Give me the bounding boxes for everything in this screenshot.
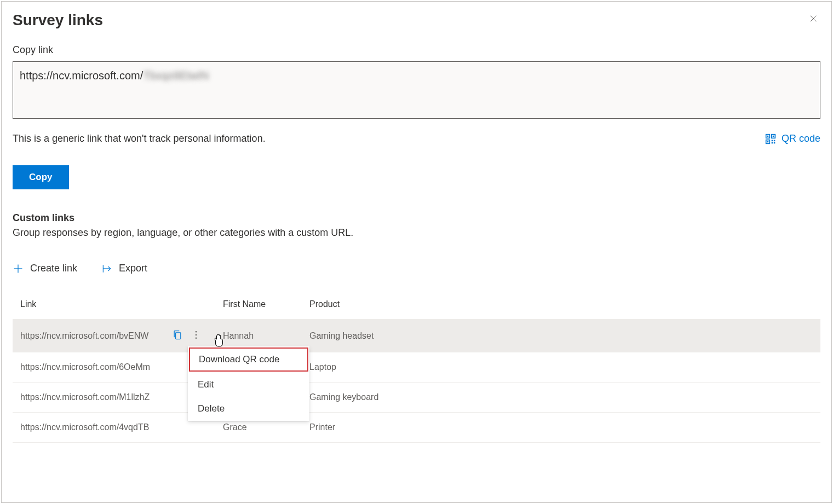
copy-link-icon-button[interactable] xyxy=(172,329,183,342)
svg-rect-11 xyxy=(774,142,775,143)
qr-icon xyxy=(765,134,776,144)
table-body: https://ncv.microsoft.com/bvENWHannahGam… xyxy=(13,320,820,443)
th-link: Link xyxy=(20,299,223,309)
custom-links-desc: Group responses by region, language, or … xyxy=(13,227,820,239)
table-row[interactable]: https://ncv.microsoft.com/6OeMmLaptop xyxy=(13,352,820,383)
svg-rect-3 xyxy=(767,135,769,137)
export-button[interactable]: Export xyxy=(101,263,147,274)
svg-point-19 xyxy=(196,338,197,339)
svg-rect-16 xyxy=(176,333,181,339)
link-input[interactable]: https://ncv.microsoft.com/Tbxqo9EtwIN xyxy=(13,61,820,119)
custom-actions: Create link Export xyxy=(13,263,820,274)
plus-icon xyxy=(13,263,24,274)
link-text: https://ncv.microsoft.com/6OeMm xyxy=(20,362,164,372)
export-label: Export xyxy=(119,263,147,274)
qr-code-link[interactable]: QR code xyxy=(765,133,820,144)
th-product: Product xyxy=(309,299,813,309)
table-header: Link First Name Product xyxy=(13,294,820,320)
close-button[interactable] xyxy=(806,11,820,27)
cell-product: Gaming headset xyxy=(309,331,813,341)
link-text: https://ncv.microsoft.com/4vqdTB xyxy=(20,422,164,432)
menu-delete[interactable]: Delete xyxy=(188,397,309,421)
svg-rect-9 xyxy=(774,140,775,141)
qr-code-label: QR code xyxy=(782,133,820,144)
cell-first-name: Grace xyxy=(223,422,309,432)
menu-edit[interactable]: Edit xyxy=(188,373,309,397)
link-text: https://ncv.microsoft.com/bvENW xyxy=(20,331,164,341)
cell-product: Laptop xyxy=(309,362,813,372)
create-link-button[interactable]: Create link xyxy=(13,263,77,274)
th-first-name: First Name xyxy=(223,299,309,309)
link-url-obscured: Tbxqo9EtwIN xyxy=(143,69,209,82)
table-row[interactable]: https://ncv.microsoft.com/4vqdTBGracePri… xyxy=(13,413,820,443)
link-url-prefix: https://ncv.microsoft.com/ xyxy=(20,69,143,82)
close-icon xyxy=(808,14,818,24)
copy-button[interactable]: Copy xyxy=(13,165,69,189)
create-link-label: Create link xyxy=(30,263,77,274)
table-row[interactable]: https://ncv.microsoft.com/bvENWHannahGam… xyxy=(13,320,820,352)
svg-rect-7 xyxy=(767,141,769,142)
cell-first-name: Hannah xyxy=(223,331,309,341)
cell-link: https://ncv.microsoft.com/4vqdTB xyxy=(20,422,223,432)
survey-links-panel: Survey links Copy link https://ncv.micro… xyxy=(1,1,832,503)
cell-product: Printer xyxy=(309,422,813,432)
link-text: https://ncv.microsoft.com/M1llzhZ xyxy=(20,392,164,402)
svg-rect-8 xyxy=(772,140,773,141)
svg-point-18 xyxy=(196,334,197,336)
copy-icon xyxy=(172,329,183,340)
row-more-button[interactable] xyxy=(191,329,202,342)
table-row[interactable]: https://ncv.microsoft.com/M1llzhZGaming … xyxy=(13,383,820,413)
custom-links-title: Custom links xyxy=(13,212,820,224)
panel-header: Survey links xyxy=(13,11,820,44)
svg-rect-10 xyxy=(772,142,773,143)
export-icon xyxy=(101,263,112,274)
panel-title: Survey links xyxy=(13,11,103,29)
more-vertical-icon xyxy=(191,329,202,340)
copy-link-label: Copy link xyxy=(13,44,820,56)
custom-links-table: Link First Name Product https://ncv.micr… xyxy=(13,294,820,443)
cell-product: Gaming keyboard xyxy=(309,392,813,402)
svg-rect-5 xyxy=(773,135,774,137)
menu-download-qr[interactable]: Download QR code xyxy=(189,347,308,372)
cell-link: https://ncv.microsoft.com/bvENW xyxy=(20,329,223,342)
row-context-menu: Download QR code Edit Delete xyxy=(188,346,309,421)
helper-row: This is a generic link that won't track … xyxy=(13,133,820,144)
helper-text: This is a generic link that won't track … xyxy=(13,133,266,144)
svg-point-17 xyxy=(196,331,197,333)
